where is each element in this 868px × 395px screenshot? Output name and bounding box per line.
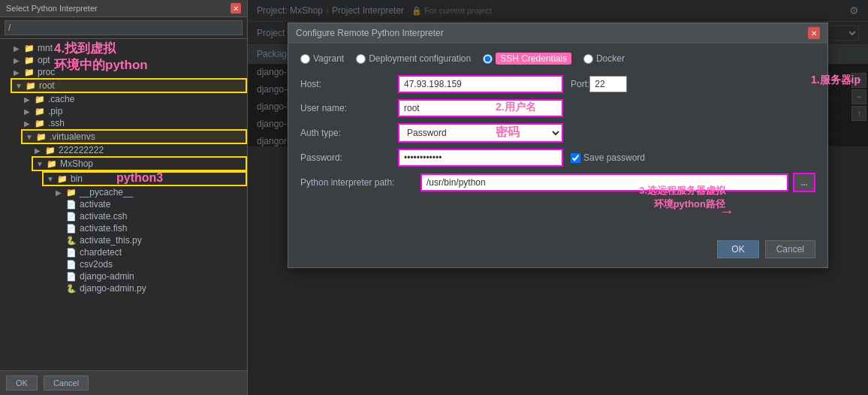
tree-item-proc[interactable]: ▶ 📁 proc	[11, 66, 247, 78]
tree-label: root	[39, 80, 55, 91]
tree-label: django-admin.py	[80, 283, 146, 294]
search-input[interactable]	[5, 20, 243, 35]
folder-icon: 📁	[57, 174, 68, 184]
folder-icon: 📁	[66, 188, 77, 198]
password-row: Password: Save password	[300, 149, 815, 167]
arrow-icon: ▶	[24, 95, 35, 104]
username-label: User name:	[300, 103, 398, 113]
radio-deployment-label: Deployment configuration	[369, 53, 471, 64]
file-icon: 📄	[66, 248, 77, 258]
tree-item-django-admin-py[interactable]: ▶ 🐍 django-admin.py	[53, 282, 247, 294]
radio-ssh-input[interactable]	[483, 54, 493, 64]
folder-icon: 📁	[35, 107, 45, 116]
tree-label: __pycache__	[80, 187, 133, 198]
arrow-icon: ▶	[14, 56, 24, 65]
file-tree: 4.找到虚拟环境中的python ▶ 📁 mnt ▶ 📁 opt ▶ 📁 pro…	[0, 39, 247, 370]
tree-item-chardetect[interactable]: ▶ 📄 chardetect	[53, 246, 247, 258]
tree-item-root[interactable]: ▼ 📁 root	[11, 78, 247, 93]
modal-overlay: Configure Remote Python Interpreter ✕ Va…	[248, 0, 868, 395]
radio-row: Vagrant Deployment configuration SSH Cre…	[300, 53, 815, 65]
python-path-label: Python interpreter path:	[300, 177, 420, 188]
auth-type-label: Auth type:	[300, 128, 398, 138]
tree-item-csv2ods[interactable]: ▶ 📄 csv2ods	[53, 258, 247, 270]
tree-item-pip[interactable]: ▶ 📁 .pip	[21, 105, 247, 117]
modal-ok-button[interactable]: OK	[717, 240, 758, 258]
username-row: User name: 2.用户名	[300, 99, 815, 117]
file-icon: 📄	[66, 260, 77, 270]
tree-item-activate[interactable]: ▶ 📄 activate	[53, 198, 247, 210]
tree-label: bin	[71, 173, 83, 184]
radio-docker-input[interactable]	[583, 54, 593, 64]
modal-footer: OK Cancel	[288, 234, 827, 267]
modal-cancel-button[interactable]: Cancel	[765, 240, 815, 258]
radio-ssh[interactable]: SSH Credentials	[483, 53, 571, 65]
tree-item-activate-fish[interactable]: ▶ 📄 activate.fish	[53, 222, 247, 234]
folder-icon: 📁	[26, 81, 36, 91]
left-panel: Select Python Interpreter ✕ 4.找到虚拟环境中的py…	[0, 0, 248, 395]
left-panel-footer: OK Cancel	[0, 370, 247, 395]
arrow-icon: ▶	[14, 68, 24, 77]
tree-item-django-admin[interactable]: ▶ 📄 django-admin	[53, 270, 247, 282]
py-file-icon: 🐍	[66, 236, 77, 246]
folder-icon: 📁	[24, 68, 35, 77]
host-label: Host:	[300, 79, 398, 89]
tree-label: proc	[38, 67, 55, 77]
modal-title: Configure Remote Python Interpreter	[296, 28, 444, 38]
left-panel-titlebar: Select Python Interpreter ✕	[0, 0, 247, 17]
modal-titlebar: Configure Remote Python Interpreter ✕	[288, 23, 827, 44]
tree-label: 222222222	[59, 145, 104, 155]
tree-item-pycache[interactable]: ▶ 📁 __pycache__	[53, 186, 247, 198]
right-panel: Project: MxShop › Project Interpreter 🔒 …	[248, 0, 868, 395]
save-password-label[interactable]: Save password	[571, 152, 645, 163]
tree-item-activate-this[interactable]: ▶ 🐍 activate_this.py	[53, 234, 247, 246]
tree-label: chardetect	[80, 247, 122, 258]
tree-item-opt[interactable]: ▶ 📁 opt	[11, 54, 247, 66]
modal-close-button[interactable]: ✕	[808, 27, 820, 39]
modal-configure-remote: Configure Remote Python Interpreter ✕ Va…	[288, 23, 828, 268]
tree-item-cache[interactable]: ▶ 📁 .cache	[21, 93, 247, 105]
tree-item-ssh[interactable]: ▶ 📁 .ssh	[21, 117, 247, 129]
username-input[interactable]	[398, 99, 563, 117]
radio-docker[interactable]: Docker	[583, 53, 625, 64]
save-password-checkbox[interactable]	[571, 153, 580, 163]
modal-body: Vagrant Deployment configuration SSH Cre…	[288, 44, 827, 234]
tree-label: mnt	[38, 43, 53, 53]
tree-item-bin[interactable]: ▼ 📁 bin	[42, 171, 247, 186]
password-input[interactable]	[398, 149, 563, 167]
radio-deployment[interactable]: Deployment configuration	[356, 53, 471, 64]
auth-type-row: Auth type: Password 密码	[300, 123, 815, 143]
tree-item-222[interactable]: ▶ 📁 222222222	[32, 144, 247, 156]
left-cancel-button[interactable]: Cancel	[44, 375, 89, 390]
auth-type-select[interactable]: Password	[398, 123, 563, 143]
tree-item-mxshop[interactable]: ▼ 📁 MxShop	[32, 156, 247, 171]
file-icon: 📄	[66, 212, 77, 222]
tree-label: .cache	[48, 94, 74, 104]
tree-item-virtualenvs[interactable]: ▼ 📁 .virtualenvs	[21, 129, 247, 144]
tree-label: activate_this.py	[80, 235, 142, 246]
host-input[interactable]	[398, 75, 563, 93]
folder-icon: 📁	[47, 159, 57, 169]
radio-vagrant[interactable]: Vagrant	[300, 53, 344, 64]
tree-item-mnt[interactable]: ▶ 📁 mnt	[11, 42, 247, 54]
radio-vagrant-input[interactable]	[300, 54, 310, 64]
port-input[interactable]	[589, 76, 627, 92]
tree-item-activate-csh[interactable]: ▶ 📄 activate.csh	[53, 210, 247, 222]
arrow-icon: ▼	[15, 82, 26, 90]
radio-deployment-input[interactable]	[356, 54, 366, 64]
arrow-icon: ▼	[36, 160, 47, 168]
left-panel-close-button[interactable]: ✕	[231, 3, 241, 14]
tree-label: .virtualenvs	[50, 131, 95, 142]
save-password-text: Save password	[583, 152, 645, 163]
python-path-row: Python interpreter path: ...	[300, 173, 815, 192]
tree-label: .ssh	[48, 118, 65, 128]
file-icon: 📄	[66, 272, 77, 282]
annotation-server-ip: 1.服务器ip	[811, 74, 860, 87]
python-path-input[interactable]	[420, 173, 788, 191]
folder-icon: 📁	[35, 119, 45, 128]
browse-button[interactable]: ...	[793, 173, 815, 192]
arrow-icon: ▼	[26, 133, 36, 141]
tree-label: csv2ods	[80, 259, 113, 270]
radio-docker-label: Docker	[596, 53, 625, 64]
folder-icon: 📁	[24, 56, 35, 65]
left-ok-button[interactable]: OK	[6, 375, 38, 390]
